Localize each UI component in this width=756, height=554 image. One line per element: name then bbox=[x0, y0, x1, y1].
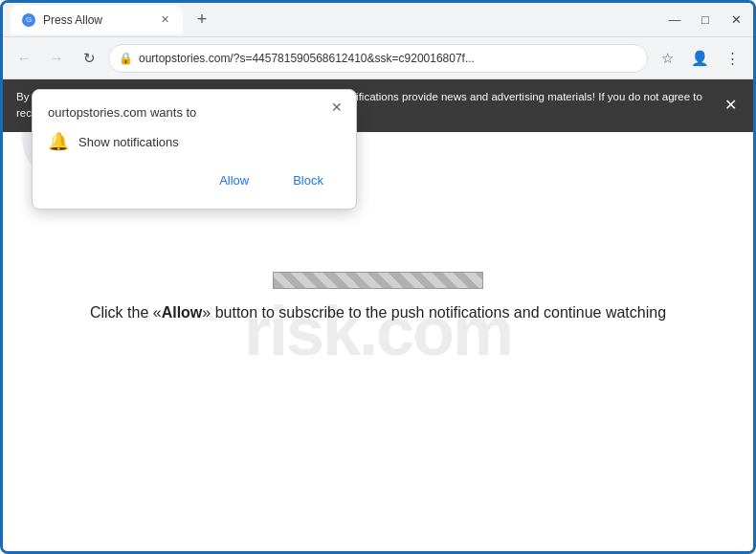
window-controls: — □ ✕ bbox=[665, 11, 745, 30]
browser-window: G Press Allow ✕ + — □ ✕ ← → ↻ 🔒 ourtopst… bbox=[0, 0, 756, 554]
notification-popup: ✕ ourtopstories.com wants to 🔔 Show noti… bbox=[32, 89, 357, 210]
new-tab-button[interactable]: + bbox=[189, 7, 215, 33]
block-button[interactable]: Block bbox=[276, 167, 341, 193]
cta-text: Click the «Allow» button to subscribe to… bbox=[71, 304, 685, 321]
notification-row: 🔔 Show notifications bbox=[48, 131, 341, 152]
refresh-button[interactable]: ↻ bbox=[76, 45, 102, 72]
title-bar: G Press Allow ✕ + — □ ✕ bbox=[3, 3, 753, 37]
address-bar: ← → ↻ 🔒 ourtopstories.com/?s=44578159056… bbox=[3, 37, 753, 79]
lock-icon: 🔒 bbox=[119, 52, 133, 65]
popup-title: ourtopstories.com wants to bbox=[48, 105, 341, 120]
profile-icon[interactable]: 👤 bbox=[686, 45, 713, 72]
bookmark-star-icon[interactable]: ☆ bbox=[654, 45, 680, 72]
page-content: risk.com ✕ ourtopstories.com wants to 🔔 … bbox=[3, 79, 753, 551]
minimize-button[interactable]: — bbox=[665, 11, 684, 30]
banner-close-button[interactable]: ✕ bbox=[719, 94, 742, 117]
close-button[interactable]: ✕ bbox=[726, 11, 745, 30]
tab-close-button[interactable]: ✕ bbox=[158, 13, 171, 27]
cta-allow-bold: Allow bbox=[162, 304, 203, 321]
browser-tab[interactable]: G Press Allow ✕ bbox=[11, 6, 183, 34]
progress-bar bbox=[273, 272, 483, 289]
cta-before: Click the « bbox=[90, 304, 162, 321]
cta-after: » button to subscribe to the push notifi… bbox=[202, 304, 666, 321]
popup-buttons: Allow Block bbox=[48, 167, 341, 193]
tab-favicon: G bbox=[22, 13, 35, 27]
bell-icon: 🔔 bbox=[48, 131, 69, 152]
progress-area bbox=[273, 272, 483, 289]
url-text: ourtopstories.com/?s=445781590568612410&… bbox=[139, 52, 637, 65]
back-button[interactable]: ← bbox=[11, 45, 37, 72]
allow-button[interactable]: Allow bbox=[202, 167, 266, 193]
forward-button[interactable]: → bbox=[43, 45, 70, 72]
maximize-button[interactable]: □ bbox=[696, 11, 715, 30]
omnibox[interactable]: 🔒 ourtopstories.com/?s=44578159056861241… bbox=[108, 44, 648, 73]
menu-icon[interactable]: ⋮ bbox=[719, 45, 745, 72]
tab-title: Press Allow bbox=[43, 13, 150, 27]
notification-label: Show notifications bbox=[78, 135, 179, 149]
popup-close-button[interactable]: ✕ bbox=[327, 98, 346, 117]
